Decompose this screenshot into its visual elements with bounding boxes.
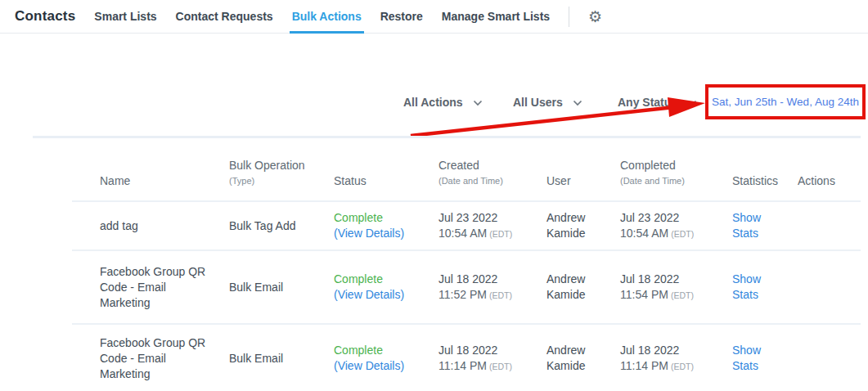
date-range-filter[interactable]: Sat, Jun 25th - Wed, Aug 24th: [712, 96, 859, 108]
tab-smart-lists[interactable]: Smart Lists: [94, 0, 156, 34]
statistics-cell: Show Stats: [732, 272, 798, 303]
operation-cell: Bulk Tag Add: [229, 218, 334, 234]
tab-restore[interactable]: Restore: [380, 0, 423, 34]
actions-filter-dropdown[interactable]: All Actions: [403, 84, 483, 120]
column-header-user: User: [546, 174, 620, 188]
view-details-link[interactable]: (View Details): [334, 358, 404, 374]
name-cell: Facebook Group QR Code - Email Marketing: [100, 264, 229, 311]
tab-bulk-actions[interactable]: Bulk Actions: [292, 0, 362, 34]
chevron-down-icon: [687, 96, 697, 109]
view-details-link[interactable]: (View Details): [334, 226, 404, 241]
tab-bar: Contacts Smart Lists Contact Requests Bu…: [0, 0, 868, 34]
status-filter-dropdown[interactable]: Any Status: [618, 84, 697, 120]
name-cell: Facebook Group QR Code - Email Marketing: [100, 335, 229, 382]
users-filter-dropdown[interactable]: All Users: [513, 84, 582, 120]
statistics-cell: Show Stats: [732, 343, 798, 374]
bulk-actions-table: Name Bulk Operation(Type) Status Created…: [72, 138, 861, 391]
gear-icon[interactable]: ⚙: [588, 9, 602, 25]
annotation-highlight-box: Sat, Jun 25th - Wed, Aug 24th: [705, 84, 866, 119]
column-header-created: Created(Date and Time): [438, 159, 546, 188]
view-details-link[interactable]: (View Details): [334, 287, 404, 303]
user-cell: Andrew Kamide: [546, 210, 620, 241]
divider: [569, 7, 569, 27]
completed-cell: Jul 18 2022 11:54 PM(EDT): [620, 272, 732, 303]
operation-cell: Bulk Email: [229, 280, 334, 295]
name-cell: add tag: [100, 218, 229, 234]
user-cell: Andrew Kamide: [546, 272, 620, 303]
statistics-cell: Show Stats: [732, 210, 798, 241]
created-cell: Jul 18 2022 11:52 PM(EDT): [438, 272, 546, 303]
column-header-status: Status: [334, 174, 438, 188]
chevron-down-icon: [573, 96, 582, 109]
status-cell: Complete (View Details): [334, 272, 438, 303]
table-row: Facebook Group QR Code - Email Marketing…: [72, 325, 861, 391]
status-filter-label: Any Status: [618, 96, 677, 109]
chevron-down-icon: [473, 96, 483, 109]
status-cell: Complete (View Details): [334, 210, 438, 241]
status-complete-label: Complete: [334, 210, 425, 226]
status-complete-label: Complete: [334, 272, 425, 287]
status-complete-label: Complete: [334, 343, 425, 358]
created-cell: Jul 23 2022 10:54 AM(EDT): [438, 210, 546, 242]
user-cell: Andrew Kamide: [546, 343, 620, 374]
bulk-actions-page: Contacts Smart Lists Contact Requests Bu…: [0, 0, 868, 391]
created-cell: Jul 18 2022 11:14 PM(EDT): [438, 343, 546, 375]
column-header-bulk-operation: Bulk Operation(Type): [229, 159, 334, 188]
tab-manage-smart-lists[interactable]: Manage Smart Lists: [442, 0, 550, 34]
users-filter-label: All Users: [513, 96, 563, 109]
show-stats-link[interactable]: Show Stats: [732, 343, 770, 374]
show-stats-link[interactable]: Show Stats: [732, 210, 770, 241]
show-stats-link[interactable]: Show Stats: [732, 272, 770, 303]
column-header-statistics: Statistics: [732, 174, 798, 188]
page-title: Contacts: [15, 8, 75, 25]
completed-cell: Jul 18 2022 11:14 PM(EDT): [620, 343, 732, 375]
actions-filter-label: All Actions: [403, 96, 463, 109]
column-header-completed: Completed(Date and Time): [620, 159, 732, 188]
table-header-row: Name Bulk Operation(Type) Status Created…: [72, 138, 861, 202]
table-row: add tag Bulk Tag Add Complete (View Deta…: [72, 202, 861, 251]
column-header-actions: Actions: [798, 174, 861, 188]
tab-contact-requests[interactable]: Contact Requests: [176, 0, 273, 34]
completed-cell: Jul 23 2022 10:54 AM(EDT): [620, 210, 732, 242]
operation-cell: Bulk Email: [229, 351, 334, 366]
status-cell: Complete (View Details): [334, 343, 438, 374]
column-header-name: Name: [100, 174, 229, 188]
table-row: Facebook Group QR Code - Email Marketing…: [72, 251, 861, 325]
